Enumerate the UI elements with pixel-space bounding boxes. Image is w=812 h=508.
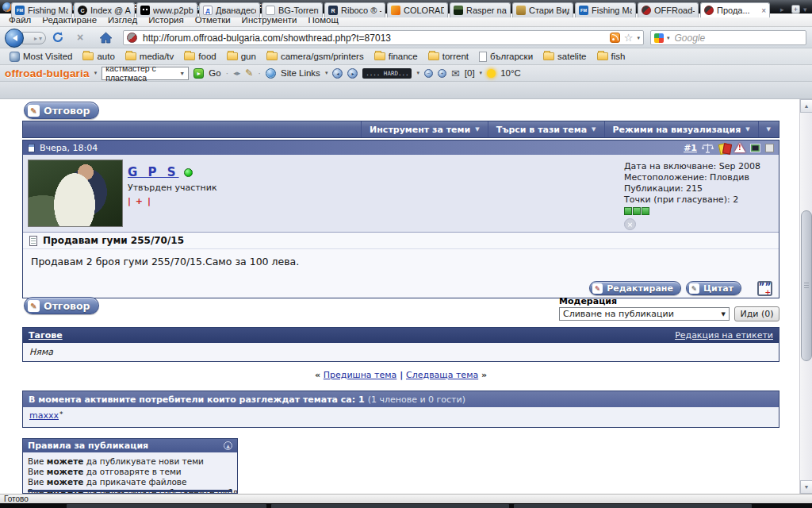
taskbar-button[interactable]: [514, 504, 752, 508]
next-arrow: »: [481, 370, 487, 380]
toolbar-search-combo[interactable]: кастмастер с пластмаса ▼: [102, 67, 189, 80]
thread-tools-menu[interactable]: Инструмент за теми ▼: [361, 121, 488, 137]
post-number-link[interactable]: #1: [684, 143, 697, 153]
bookmark-bulgarski[interactable]: български: [474, 52, 538, 62]
thread-search-menu[interactable]: Търси в тази тема ▼: [488, 121, 604, 137]
back-button[interactable]: [5, 29, 24, 48]
home-button[interactable]: [98, 30, 113, 44]
tab-colorado[interactable]: COLORAD...: [387, 2, 448, 17]
tab-dvanadese[interactable]: ДДванадесе...: [199, 2, 260, 17]
tags-link[interactable]: Тагове: [29, 330, 63, 341]
tab-prodavam-active[interactable]: Прода...×: [700, 2, 770, 17]
site-links-dropdown-icon[interactable]: ▾: [325, 70, 328, 76]
tab-rasper[interactable]: Rasper na ...: [450, 2, 511, 17]
url-history-dropdown-icon[interactable]: ▾: [637, 35, 640, 41]
mail-icon[interactable]: ✉: [451, 68, 460, 79]
reply-button-top[interactable]: ✎ Отговор: [24, 102, 99, 119]
tab-fishing-1[interactable]: FMFishing Ma...: [11, 2, 72, 17]
bookmark-folder-fish[interactable]: fish: [592, 52, 630, 61]
display-modes-menu[interactable]: Режими на визуализация ▼: [604, 121, 758, 137]
vertical-scrollbar[interactable]: ▲ ▼: [799, 99, 812, 494]
stop-button[interactable]: ×: [73, 30, 87, 44]
tab-index-ar[interactable]: CIndex @ Ar...: [74, 2, 135, 17]
search-input[interactable]: [673, 32, 799, 44]
tab-close-icon[interactable]: ×: [761, 6, 766, 15]
list-all-tabs-button[interactable]: ▾: [803, 6, 807, 13]
tab-stari-vid[interactable]: Стари Вид...: [512, 2, 573, 17]
quote-button[interactable]: ✎ Цитат: [686, 281, 741, 295]
media-play-button[interactable]: ▸: [347, 68, 358, 79]
bookmark-folder-media-tv[interactable]: media/tv: [121, 52, 178, 61]
tab-favicon: C: [78, 6, 87, 15]
multiquote-button[interactable]: ”” +: [757, 281, 772, 296]
forward-button[interactable]: ▸ ▾: [22, 32, 46, 44]
go-button[interactable]: ►: [193, 68, 204, 79]
volume-up-button[interactable]: +: [438, 69, 446, 78]
bookmark-folder-gun[interactable]: gun: [222, 52, 261, 61]
tab-p2p[interactable]: www.p2pb...: [136, 2, 197, 17]
tab-riboco[interactable]: RRiboco ® -...: [324, 2, 385, 17]
moderation-select[interactable]: Сливане на публикации ▼: [559, 307, 730, 321]
edit-tags-link[interactable]: Редакция на етикети: [675, 330, 773, 341]
tab-label: BG-Torrent...: [278, 6, 319, 15]
edit-button[interactable]: ✎ Редактиране: [589, 281, 681, 295]
site-links-menu[interactable]: Site Links: [281, 68, 320, 78]
extra-menu[interactable]: ▼: [758, 121, 779, 137]
scales-icon[interactable]: [702, 143, 714, 153]
url-input[interactable]: [141, 32, 606, 44]
username-link[interactable]: G P S: [128, 165, 179, 179]
reload-button[interactable]: [51, 30, 65, 44]
bookmark-star-icon[interactable]: ☆: [624, 33, 634, 43]
active-user-link[interactable]: maxxx: [29, 410, 59, 421]
tab-offroad[interactable]: OFFRoad-...: [638, 2, 699, 17]
previous-topic-link[interactable]: Предишна тема: [324, 370, 397, 380]
media-prev-button[interactable]: ◂: [332, 68, 343, 79]
tab-fishing-2[interactable]: FMFishing Ma...: [575, 2, 636, 17]
next-topic-link[interactable]: Следваща тема: [406, 370, 478, 380]
taskbar-button[interactable]: [67, 504, 266, 508]
tab-scroll-left-button[interactable]: ◂: [3, 6, 7, 13]
offroad-favicon: [704, 6, 714, 15]
moderation-select-value: Сливане на публикации: [563, 309, 674, 319]
moderation-go-button[interactable]: Иди (0): [734, 306, 779, 321]
url-bar[interactable]: ☆ ▾: [123, 30, 644, 45]
scroll-up-button[interactable]: ▲: [800, 99, 812, 113]
report-post-icon[interactable]: [734, 143, 745, 152]
mail-dropdown-icon[interactable]: ▾: [480, 70, 483, 76]
user-avatar[interactable]: [28, 160, 123, 227]
tab-scroll-right-button[interactable]: ▸: [780, 6, 784, 13]
transfer-arrows-icon[interactable]: ◂▸: [233, 69, 240, 77]
bookmark-folder-food[interactable]: food: [179, 52, 220, 61]
post-checkbox[interactable]: [765, 144, 774, 152]
bookmark-folder-auto[interactable]: auto: [78, 52, 119, 61]
mail-count-badge[interactable]: [0]: [465, 68, 475, 78]
search-bar[interactable]: ▾: [650, 30, 806, 45]
bookmark-folder-torrent[interactable]: torrent: [423, 52, 473, 61]
bookmark-most-visited[interactable]: Most Visited: [5, 52, 77, 62]
scroll-down-button[interactable]: ▼: [800, 480, 812, 494]
temperature-label[interactable]: 10°C: [500, 68, 521, 78]
logo-dropdown-icon[interactable]: ▾: [94, 70, 98, 76]
back-icon: [10, 35, 17, 41]
search-engine-dropdown-icon[interactable]: ▾: [667, 35, 670, 41]
volume-down-button[interactable]: −: [424, 69, 433, 78]
go-label[interactable]: Go: [209, 68, 220, 78]
offroad-logo[interactable]: offroad-bulgaria: [5, 67, 90, 79]
reply-button-bottom[interactable]: ✎ Отговор: [24, 297, 99, 314]
bookmark-folder-camera[interactable]: camera/gsm/printers: [262, 52, 369, 61]
weather-sun-icon: [487, 69, 496, 78]
taskbar-button[interactable]: [271, 504, 509, 508]
collapse-icon[interactable]: ▲: [224, 441, 232, 450]
rss-icon[interactable]: [610, 33, 620, 43]
radio-dropdown-icon[interactable]: ▾: [416, 70, 419, 76]
new-tab-button[interactable]: +: [791, 5, 800, 13]
highlighter-icon[interactable]: ✎: [245, 68, 253, 78]
bookmark-folder-finance[interactable]: finance: [370, 52, 423, 61]
scrollbar-thumb[interactable]: [801, 210, 812, 361]
bookmark-folder-satelite[interactable]: satelite: [538, 52, 591, 61]
ip-address-icon[interactable]: [750, 144, 760, 152]
folder-icon: [543, 52, 554, 60]
posting-rules-box: Правила за публикация ▲ Вие можете да пу…: [22, 438, 238, 494]
tab-bg-torrent[interactable]: BG-Torrent...: [262, 2, 323, 17]
infraction-cards-icon[interactable]: [718, 143, 730, 153]
